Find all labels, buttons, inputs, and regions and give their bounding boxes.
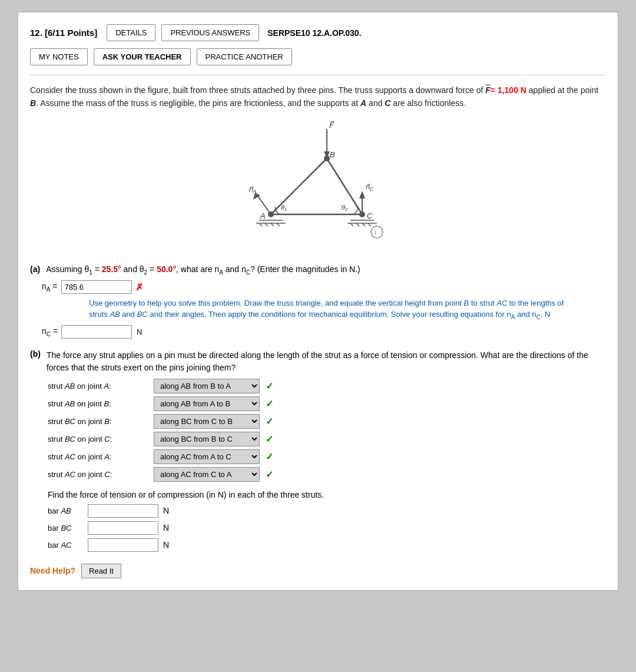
point-B: B <box>30 98 36 108</box>
need-help-section: Need Help? Read It <box>30 564 606 578</box>
svg-point-32 <box>371 226 383 238</box>
strut-row-3: strut BC on joint C: along BC from B to … <box>48 432 606 446</box>
svg-text:C: C <box>367 211 373 220</box>
strut-label-4: strut AC on joint A: <box>48 452 148 461</box>
hint-text: Use geometry to help you solve this prob… <box>89 299 564 319</box>
nA-error-icon: ✗ <box>135 282 143 293</box>
nC-input[interactable] <box>61 325 132 339</box>
svg-text:θ1: θ1 <box>281 204 287 212</box>
svg-text:A: A <box>260 211 266 220</box>
problem-text-part3: . Assume the mass of the truss is neglig… <box>36 98 360 108</box>
bar-AC-unit: N <box>163 540 169 549</box>
nC-unit: N <box>137 327 142 336</box>
theta1-value: 25.5° <box>102 264 121 274</box>
strut-select-4[interactable]: along AC from A to C along AC from C to … <box>154 449 260 464</box>
part-a-content: nA = ✗ Use geometry to help you solve th… <box>42 280 606 339</box>
bar-BC-input[interactable] <box>88 521 158 535</box>
problem-text-part2: applied at the point <box>526 85 598 95</box>
bar-BC-label: bar BC <box>48 524 83 532</box>
main-container: 12. [6/11 Points] DETAILS PREVIOUS ANSWE… <box>18 12 618 591</box>
strut-row-4: strut AC on joint A: along AC from A to … <box>48 449 606 464</box>
bar-AB-input[interactable] <box>88 504 158 518</box>
hint-box: Use geometry to help you solve this prob… <box>89 297 572 322</box>
part-b-header: (b) The force any strut applies on a pin… <box>30 349 606 374</box>
bar-AC-label: bar AC <box>48 541 83 549</box>
bar-AB-label: bar AB <box>48 507 83 515</box>
theta2-value: 50.0° <box>157 264 176 274</box>
svg-text:n⃗A: n⃗A <box>249 185 257 194</box>
check-icon-2: ✓ <box>266 416 273 427</box>
check-icon-3: ✓ <box>266 433 273 445</box>
part-b-section: (b) The force any strut applies on a pin… <box>30 349 606 552</box>
top-bar: 12. [6/11 Points] DETAILS PREVIOUS ANSWE… <box>30 24 606 41</box>
bar-AC-row: bar AC N <box>48 538 606 552</box>
problem-text-part5: are also frictionless. <box>390 98 466 108</box>
part-a-section: (a) Assuming θ1 = 25.5° and θ2 = 50.0°, … <box>30 264 606 339</box>
part-a-label: (a) <box>30 264 40 274</box>
strut-select-3[interactable]: along BC from B to C along BC from C to … <box>154 432 260 446</box>
strut-row-1: strut AB on joint B: along AB from A to … <box>48 396 606 411</box>
check-icon-0: ✓ <box>266 380 273 392</box>
strut-select-1[interactable]: along AB from A to B along AB from B to … <box>154 396 260 411</box>
check-icon-5: ✓ <box>266 469 273 480</box>
ask-teacher-button[interactable]: ASK YOUR TEACHER <box>94 48 191 65</box>
nA-input[interactable] <box>61 280 132 294</box>
part-a-header: (a) Assuming θ1 = 25.5° and θ2 = 50.0°, … <box>30 264 606 276</box>
part-b-text: The force any strut applies on a pin mus… <box>47 349 606 374</box>
force-value: = 1,100 N <box>491 85 526 95</box>
problem-number: 12. [6/11 Points] <box>30 28 97 38</box>
svg-text:F⃗: F⃗ <box>329 120 334 129</box>
svg-text:θ2: θ2 <box>342 204 348 212</box>
practice-another-button[interactable]: PRACTICE ANOTHER <box>197 48 292 65</box>
figure-area: F⃗ B n⃗A n⃗C θ1 θ2 A C i <box>30 117 606 253</box>
strut-table: strut AB on joint A: along AB from B to … <box>48 379 606 482</box>
strut-label-1: strut AB on joint B: <box>48 399 148 408</box>
my-notes-button[interactable]: MY NOTES <box>30 48 88 65</box>
check-icon-1: ✓ <box>266 398 273 409</box>
strut-select-5[interactable]: along AC from C to A along AC from A to … <box>154 467 260 482</box>
svg-text:i: i <box>375 228 376 236</box>
problem-text: Consider the truss shown in the figure, … <box>30 84 606 110</box>
previous-answers-button[interactable]: PREVIOUS ANSWERS <box>161 24 259 41</box>
strut-label-0: strut AB on joint A: <box>48 382 148 390</box>
need-help-text: Need Help? <box>30 566 75 575</box>
bar-AB-row: bar AB N <box>48 504 606 518</box>
problem-text-part4: and <box>366 98 385 108</box>
bar-AC-input[interactable] <box>88 538 158 552</box>
strut-label-3: strut BC on joint C: <box>48 435 148 443</box>
nC-row: nC = N <box>42 325 606 339</box>
nA-row: nA = ✗ <box>42 280 606 294</box>
strut-row-5: strut AC on joint C: along AC from C to … <box>48 467 606 482</box>
part-a-text: Assuming θ1 = 25.5° and θ2 = 50.0°, what… <box>46 264 360 276</box>
point-C: C <box>385 98 390 108</box>
svg-text:B: B <box>330 150 335 159</box>
strut-label-2: strut BC on joint B: <box>48 417 148 426</box>
svg-marker-26 <box>359 191 365 198</box>
second-bar: MY NOTES ASK YOUR TEACHER PRACTICE ANOTH… <box>30 48 606 65</box>
bar-AB-unit: N <box>163 506 169 515</box>
nA-label: nA = <box>42 282 58 293</box>
strut-label-5: strut AC on joint C: <box>48 470 148 479</box>
part-b-label: (b) <box>30 349 41 359</box>
force-label: F <box>485 85 491 95</box>
details-button[interactable]: DETAILS <box>107 24 155 41</box>
svg-line-13 <box>271 158 327 214</box>
find-force-text: Find the force of tension or of compress… <box>48 490 606 499</box>
strut-select-2[interactable]: along BC from C to B along BC from B to … <box>154 414 260 429</box>
nC-label: nC = <box>42 326 58 337</box>
problem-id: SERPSE10 12.A.OP.030. <box>267 28 361 38</box>
strut-select-0[interactable]: along AB from B to A along AB from A to … <box>154 379 260 393</box>
part-b-content: strut AB on joint A: along AB from B to … <box>42 379 606 552</box>
svg-text:n⃗C: n⃗C <box>365 183 374 192</box>
strut-row-2: strut BC on joint B: along BC from C to … <box>48 414 606 429</box>
strut-row-0: strut AB on joint A: along AB from B to … <box>48 379 606 393</box>
bar-BC-unit: N <box>163 523 169 532</box>
point-A: A <box>360 98 366 108</box>
problem-text-part1: Consider the truss shown in the figure, … <box>30 85 485 95</box>
bar-BC-row: bar BC N <box>48 521 606 535</box>
truss-figure: F⃗ B n⃗A n⃗C θ1 θ2 A C i <box>224 117 412 253</box>
read-it-button[interactable]: Read It <box>81 564 121 578</box>
check-icon-4: ✓ <box>266 451 273 462</box>
